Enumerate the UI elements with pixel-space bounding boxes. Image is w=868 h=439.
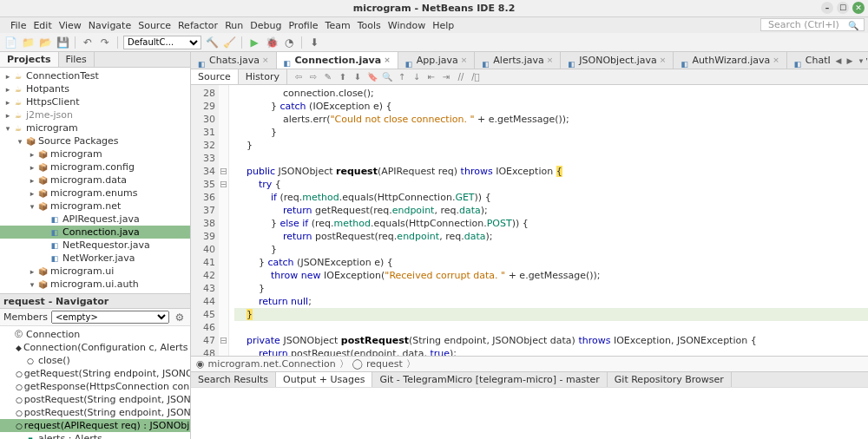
clean-build-icon[interactable]: 🧹: [222, 36, 236, 49]
config-select[interactable]: DefaultC...: [123, 36, 201, 49]
tree-item[interactable]: ▸☕j2me-json: [0, 108, 190, 121]
tree-item[interactable]: ▸📦microgram.config: [0, 161, 190, 174]
close-tab-icon[interactable]: ×: [461, 52, 468, 69]
new-file-icon[interactable]: 📄: [3, 36, 17, 49]
output-tab[interactable]: Git Repository Browser: [608, 372, 732, 387]
profile-icon[interactable]: ◔: [282, 36, 296, 49]
tab-scroll-right-icon[interactable]: ▶: [845, 56, 855, 65]
tree-item[interactable]: ○request(APIRequest req) : JSONObject: [0, 419, 190, 432]
minimize-button[interactable]: –: [821, 2, 833, 14]
menu-navigate[interactable]: Navigate: [85, 20, 135, 31]
menu-edit[interactable]: Edit: [30, 20, 55, 31]
new-project-icon[interactable]: 📁: [21, 36, 35, 49]
tab-list-icon[interactable]: ▾: [856, 56, 866, 65]
menu-profile[interactable]: Profile: [285, 20, 321, 31]
editor-tab[interactable]: ◧AuthWizard.java×: [674, 52, 786, 69]
menu-window[interactable]: Window: [385, 20, 429, 31]
tree-item[interactable]: ▾📦microgram.net: [0, 200, 190, 213]
sub-tab-history[interactable]: History: [239, 69, 287, 84]
tree-item[interactable]: ○postRequest(String endpoint, JSONObject…: [0, 393, 190, 406]
tree-item[interactable]: ◆Connection(Configuration c, Alerts a): [0, 341, 190, 354]
nav-fwd-icon[interactable]: ⇨: [307, 71, 319, 83]
tree-item[interactable]: ◧NetRequestor.java: [0, 239, 190, 252]
find-selection-icon[interactable]: 🔍: [381, 71, 393, 83]
tree-item[interactable]: ○postRequest(String endpoint, JSONObject…: [0, 406, 190, 419]
tree-item[interactable]: ▸📦microgram: [0, 147, 190, 161]
shift-right-icon[interactable]: ⇥: [440, 71, 452, 83]
next-occurrence-icon[interactable]: ↓: [411, 71, 423, 83]
close-tab-icon[interactable]: ×: [262, 52, 269, 69]
editor-tab[interactable]: ◧Connection.java×: [277, 52, 398, 69]
tree-item[interactable]: ⒸConnection: [0, 328, 190, 341]
close-tab-icon[interactable]: ×: [660, 52, 667, 69]
close-tab-icon[interactable]: ×: [773, 52, 779, 69]
navigator-filter-select[interactable]: <empty>: [51, 311, 169, 324]
tree-item[interactable]: ○getResponse(HttpsConnection con) : Stri…: [0, 380, 190, 393]
tree-item[interactable]: ◧NetWorker.java: [0, 252, 190, 265]
toggle-bookmark-icon[interactable]: 🔖: [366, 71, 378, 83]
projects-tree[interactable]: ▸☕ConnectionTest▸☕Hotpants▸☕HttpsClient▸…: [0, 68, 190, 293]
tab-scroll-left-icon[interactable]: ◀: [833, 56, 844, 65]
close-button[interactable]: ✕: [852, 2, 865, 14]
search-input[interactable]: Search (Ctrl+I) 🔍: [760, 18, 865, 31]
menu-help[interactable]: Help: [429, 20, 457, 31]
last-edit-icon[interactable]: ✎: [322, 71, 334, 83]
tree-item[interactable]: ▸☕Hotpants: [0, 82, 190, 95]
build-icon[interactable]: 🔨: [205, 36, 219, 49]
maximize-button[interactable]: ☐: [837, 2, 849, 14]
tree-item[interactable]: ▾📦microgram.ui.auth: [0, 278, 190, 291]
tree-item[interactable]: ▾📦Source Packages: [0, 134, 190, 147]
menu-run[interactable]: Run: [221, 20, 247, 31]
tree-item[interactable]: ▸📦microgram.ui: [0, 265, 190, 278]
navigator-settings-icon[interactable]: ⚙: [173, 311, 187, 324]
menu-team[interactable]: Team: [322, 20, 354, 31]
editor-tab[interactable]: ◧Alerts.java×: [475, 52, 561, 69]
output-tab[interactable]: Search Results: [191, 372, 276, 387]
tree-item[interactable]: ◧Connection.java: [0, 226, 190, 239]
redo-icon[interactable]: ↷: [98, 36, 112, 49]
tree-item[interactable]: ▾☕microgram: [0, 121, 190, 134]
bookmark-next-icon[interactable]: ⬇: [352, 71, 364, 83]
tree-item[interactable]: ▪alerts : Alerts: [0, 432, 190, 439]
output-tab[interactable]: Git - TelegramMicro [telegram-micro] - m…: [372, 372, 607, 387]
tree-item[interactable]: ▸📦microgram.data: [0, 174, 190, 187]
fold-strip[interactable]: ⊟⊟ ⊟ ⊟ ⊟: [219, 85, 229, 356]
tree-item[interactable]: ◧APIRequest.java: [0, 213, 190, 226]
tree-item[interactable]: ▸📦microgram.enums: [0, 187, 190, 200]
close-tab-icon[interactable]: ×: [547, 52, 554, 69]
tree-item[interactable]: ○getRequest(String endpoint, JSONObject …: [0, 367, 190, 380]
editor-tab[interactable]: ◧App.java×: [398, 52, 476, 69]
close-tab-icon[interactable]: ×: [384, 52, 391, 69]
debug-icon[interactable]: 🐞: [265, 36, 279, 49]
prev-occurrence-icon[interactable]: ↑: [396, 71, 408, 83]
git-pull-icon[interactable]: ⬇: [307, 36, 321, 49]
editor-tab[interactable]: ◧Chats.java×: [191, 52, 277, 69]
navigator-tree[interactable]: ⒸConnection◆Connection(Configuration c, …: [0, 326, 190, 439]
tree-item[interactable]: ○close(): [0, 354, 190, 367]
breadcrumb[interactable]: ◉ microgram.net.Connection 〉 ◯ request 〉: [191, 356, 868, 371]
uncomment-icon[interactable]: /⃠: [470, 71, 482, 83]
save-all-icon[interactable]: 💾: [56, 36, 69, 49]
output-tab[interactable]: Output + Usages: [276, 372, 372, 387]
run-icon[interactable]: ▶: [247, 36, 261, 49]
comment-icon[interactable]: //: [455, 71, 467, 83]
tree-item[interactable]: ▸☕HttpsClient: [0, 95, 190, 108]
open-icon[interactable]: 📂: [38, 36, 52, 49]
menu-source[interactable]: Source: [135, 20, 174, 31]
tab-projects[interactable]: Projects: [0, 52, 59, 67]
output-area[interactable]: [191, 387, 868, 439]
menu-refactor[interactable]: Refactor: [174, 20, 221, 31]
menu-tools[interactable]: Tools: [354, 20, 385, 31]
tree-item[interactable]: ▸☕ConnectionTest: [0, 69, 190, 82]
undo-icon[interactable]: ↶: [81, 36, 95, 49]
sub-tab-source[interactable]: Source: [191, 69, 239, 84]
menu-debug[interactable]: Debug: [247, 20, 285, 31]
tab-files[interactable]: Files: [59, 52, 95, 67]
editor-tab[interactable]: ◧JSONObject.java×: [561, 52, 674, 69]
nav-back-icon[interactable]: ⇦: [293, 71, 305, 83]
menu-view[interactable]: View: [56, 20, 85, 31]
menu-file[interactable]: File: [7, 20, 30, 31]
bookmark-prev-icon[interactable]: ⬆: [337, 71, 349, 83]
shift-left-icon[interactable]: ⇤: [425, 71, 437, 83]
code-editor[interactable]: 2829303132333435363738394041424344454647…: [191, 85, 868, 356]
